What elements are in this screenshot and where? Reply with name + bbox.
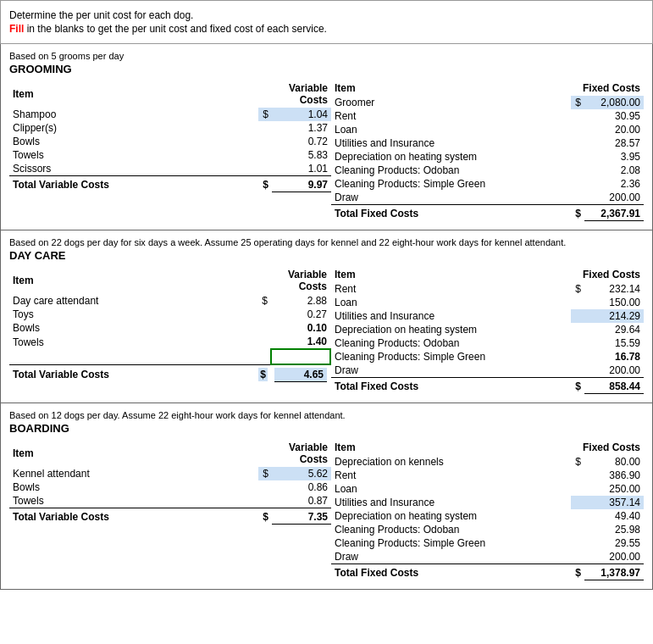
item-name: Toys: [9, 308, 255, 321]
dollar-sign: [571, 350, 584, 364]
grooming-variable-col: Item Variable Costs Shampoo$1.04Clipper(…: [9, 80, 331, 221]
table-row: Cleaning Products: Odoban15.59: [331, 336, 644, 350]
grooming-total-fixed-row: Total Fixed Costs $ 2,367.91: [331, 205, 644, 221]
daycare-total-variable-row: Total Variable Costs $ 4.65: [9, 364, 330, 383]
cost-value: 80.00: [584, 455, 644, 469]
item-name: Kennel attendant: [9, 467, 258, 480]
dollar-sign: [571, 469, 584, 482]
cost-value: 28.57: [584, 136, 644, 150]
dollar-sign: [571, 496, 584, 509]
boarding-fix-cost-header: Fixed Costs: [571, 440, 644, 455]
grooming-fix-cost-header: Fixed Costs: [571, 80, 644, 96]
table-row: Bowls0.72: [9, 135, 331, 148]
header-line2-suffix: in the blanks to get the per unit cost a…: [27, 23, 327, 35]
daycare-section: Based on 22 dogs per day for six days a …: [0, 230, 653, 403]
daycare-table-area: Item Variable Costs Day care attendant$2…: [9, 267, 644, 394]
dollar-sign: [571, 309, 584, 323]
cost-value: 250.00: [584, 482, 644, 496]
item-name: Bowls: [9, 135, 258, 148]
item-name: Shampoo: [9, 108, 258, 121]
cost-value: 0.72: [272, 135, 331, 148]
boarding-total-fix-label: Total Fixed Costs: [331, 564, 571, 580]
daycare-fix-cost-header: Fixed Costs: [571, 267, 644, 282]
item-name: Loan: [331, 296, 571, 309]
boarding-variable-table: Item Variable Costs Kennel attendant$5.6…: [9, 440, 331, 525]
dollar-sign: $: [571, 455, 584, 469]
cost-value: 0.10: [271, 321, 330, 335]
item-name: Depreciation on heating system: [331, 150, 571, 164]
item-name: Scissors: [9, 162, 258, 176]
dollar-sign: [571, 482, 584, 496]
item-name: Cleaning Products: Simple Green: [331, 536, 571, 550]
dollar-sign: [571, 536, 584, 550]
item-name: Towels: [9, 148, 258, 162]
daycare-fix-item-header: Item: [331, 267, 571, 282]
grooming-section: Based on 5 grooms per day GROOMING Item …: [0, 44, 653, 230]
cost-value: 0.27: [271, 308, 330, 321]
boarding-title: BOARDING: [9, 422, 644, 435]
boarding-total-variable-row: Total Variable Costs $ 7.35: [9, 508, 331, 525]
item-name: Loan: [331, 123, 571, 136]
daycare-total-fix-dollar: $: [571, 378, 584, 394]
dollar-sign: $: [258, 108, 272, 121]
grooming-fixed-table: Item Fixed Costs Groomer$2,080.00Rent30.…: [331, 80, 644, 221]
dollar-sign: $: [571, 96, 584, 109]
dollar-sign: [258, 494, 272, 508]
dollar-sign: [571, 296, 584, 309]
table-row: Bowls0.10: [9, 321, 330, 335]
table-row: Rent386.90: [331, 469, 644, 482]
item-name: Loan: [331, 482, 571, 496]
daycare-var-cost-header: Variable Costs: [255, 267, 330, 294]
header-line2: Fill in the blanks to get the per unit c…: [9, 23, 644, 35]
table-row: Depreciation on heating system3.95: [331, 150, 644, 164]
table-row: Rent30.95: [331, 109, 644, 123]
fill-text: Fill: [9, 23, 24, 35]
daycare-total-fixed-row: Total Fixed Costs $ 858.44: [331, 378, 644, 394]
boarding-table-area: Item Variable Costs Kennel attendant$5.6…: [9, 440, 644, 580]
empty-cell[interactable]: [9, 349, 255, 364]
table-row: Towels1.40: [9, 335, 330, 349]
cost-value: 0.87: [272, 494, 331, 508]
empty-dollar: [255, 349, 271, 364]
table-row: Utilities and Insurance28.57: [331, 136, 644, 150]
empty-value-cell[interactable]: [271, 349, 330, 364]
table-row: Cleaning Products: Simple Green29.55: [331, 536, 644, 550]
table-row: Cleaning Products: Simple Green16.78: [331, 350, 644, 364]
table-row: Shampoo$1.04: [9, 108, 331, 121]
cost-value: 1.37: [272, 121, 331, 135]
table-row: Kennel attendant$5.62: [9, 467, 331, 480]
dollar-sign: [258, 121, 272, 135]
table-row: Scissors1.01: [9, 162, 331, 176]
boarding-fix-item-header: Item: [331, 440, 571, 455]
dollar-sign: [258, 162, 272, 176]
item-name: Rent: [331, 282, 571, 296]
dollar-sign: [571, 336, 584, 350]
grooming-total-fix-value: 2,367.91: [584, 205, 644, 221]
grooming-total-var-dollar: $: [258, 176, 272, 192]
table-row: Draw200.00: [331, 550, 644, 564]
cost-value: 2.36: [584, 177, 644, 191]
cost-value: 200.00: [584, 191, 644, 205]
item-name: Depreciation on heating system: [331, 509, 571, 523]
cost-value: 15.59: [584, 336, 644, 350]
boarding-total-fix-value: 1,378.97: [584, 564, 644, 580]
item-name: Clipper(s): [9, 121, 258, 135]
grooming-fix-item-header: Item: [331, 80, 571, 96]
table-row: Towels0.87: [9, 494, 331, 508]
boarding-fixed-table: Item Fixed Costs Depreciation on kennels…: [331, 440, 644, 580]
grooming-total-var-label: Total Variable Costs: [9, 176, 258, 192]
table-row: Depreciation on kennels$80.00: [331, 455, 644, 469]
grooming-subtitle: Based on 5 grooms per day: [9, 51, 644, 61]
dollar-sign: [571, 150, 584, 164]
table-row: Loan150.00: [331, 296, 644, 309]
daycare-fixed-table: Item Fixed Costs Rent$232.14Loan150.00Ut…: [331, 267, 644, 394]
cost-value: 200.00: [584, 364, 644, 378]
cost-value: 2,080.00: [584, 96, 644, 109]
table-row: Utilities and Insurance357.14: [331, 496, 644, 509]
boarding-fixed-col: Item Fixed Costs Depreciation on kennels…: [331, 440, 644, 580]
item-name: Depreciation on kennels: [331, 455, 571, 469]
grooming-var-cost-header: Variable Costs: [258, 80, 331, 108]
daycare-total-var-label: Total Variable Costs: [9, 364, 255, 383]
boarding-total-var-value: 7.35: [272, 508, 331, 525]
item-name: Draw: [331, 364, 571, 378]
